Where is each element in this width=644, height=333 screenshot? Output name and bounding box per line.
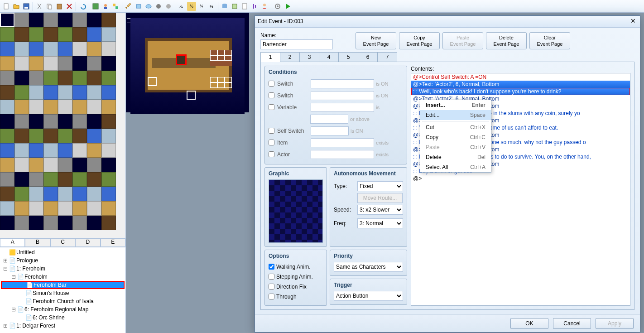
tool-zoom-1-2[interactable]: ½ [187, 2, 196, 11]
cancel-button[interactable]: Cancel [553, 318, 591, 329]
svg-rect-11 [136, 5, 141, 8]
tool-event-mode[interactable] [101, 2, 110, 11]
page-btn-copy[interactable]: CopyEvent Page [399, 32, 440, 49]
ctx-insert[interactable]: Insert...Enter [420, 100, 491, 110]
tool-character[interactable] [260, 2, 269, 11]
ctx-paste[interactable]: PasteCtrl+V [420, 142, 491, 152]
svg-point-19 [263, 4, 266, 6]
event-command-line[interactable]: @> [411, 175, 630, 182]
event-tab-7[interactable]: 7 [377, 52, 397, 62]
graphic-preview[interactable] [269, 179, 323, 243]
graphic-group: Graphic [264, 167, 327, 247]
move-type-select[interactable]: Fixed [357, 181, 403, 191]
svg-rect-6 [93, 4, 98, 9]
tool-copy[interactable] [45, 2, 54, 11]
svg-rect-8 [104, 7, 107, 9]
tool-script[interactable] [240, 2, 249, 11]
page-btn-new[interactable]: NewEvent Page [356, 32, 396, 49]
toolbar: ⁄₁ ½ ¼ ⅛ [0, 0, 644, 13]
ctx-delete[interactable]: DeleteDel [420, 152, 491, 162]
tool-fill[interactable] [154, 2, 163, 11]
event-tab-6[interactable]: 6 [358, 52, 378, 62]
tool-delete[interactable] [65, 2, 74, 11]
context-menu: Insert...EnterEdit...SpaceCutCtrl+XCopyC… [420, 100, 491, 173]
tile-tab-B[interactable]: B [25, 238, 50, 247]
event-tab-4[interactable]: 4 [319, 52, 339, 62]
svg-point-12 [146, 5, 151, 8]
tool-resource[interactable] [230, 2, 239, 11]
close-icon[interactable]: ✕ [629, 17, 637, 25]
tool-paste[interactable] [55, 2, 64, 11]
tree-item[interactable]: ⊞📄Prologue [1, 256, 125, 265]
event-command-line[interactable]: @>Control Self Switch: A =ON [411, 73, 630, 81]
tree-item[interactable]: ⊞📄1: Delgar Forest [1, 322, 125, 330]
ctx-copy[interactable]: CopyCtrl+C [420, 132, 491, 142]
tool-zoom-1-1[interactable]: ⁄₁ [177, 2, 186, 11]
dialog-title-text: Edit Event - ID:003 [258, 18, 629, 24]
tileset-palette[interactable] [0, 13, 125, 238]
tool-save[interactable] [22, 2, 31, 11]
trigger-select[interactable]: Action Button [334, 291, 403, 301]
event-tab-5[interactable]: 5 [338, 52, 358, 62]
event-command-line[interactable]: @>Text: 'Actor2', 6, Normal, Bottom [411, 81, 630, 88]
priority-select[interactable]: Same as Characters [334, 262, 403, 272]
tree-item[interactable]: 📄Simon's House [1, 289, 125, 297]
tool-shadow[interactable] [164, 2, 173, 11]
tile-tab-A[interactable]: A [0, 238, 25, 247]
ok-button[interactable]: OK [510, 318, 548, 329]
apply-button[interactable]: Apply [596, 318, 634, 329]
event-tab-1[interactable]: 1 [260, 52, 280, 62]
tile-tab-D[interactable]: D [75, 238, 100, 247]
tree-item[interactable]: 📄Feroholm Church of Ivala [1, 297, 125, 305]
tile-tab-E[interactable]: E [101, 238, 125, 247]
move-speed-select[interactable]: 3: x2 Slower [357, 205, 403, 215]
tool-zoom-1-4[interactable]: ¼ [197, 2, 206, 11]
page-btn-delete[interactable]: DeleteEvent Page [486, 32, 527, 49]
tool-map-mode[interactable] [91, 2, 100, 11]
tree-item[interactable]: 📄Feroholm Bar [1, 281, 125, 289]
svg-rect-2 [24, 7, 28, 9]
ctx-cut[interactable]: CutCtrl+X [420, 122, 491, 132]
tile-tabs: ABCDE [0, 238, 125, 247]
page-btn-clear[interactable]: ClearEvent Page [529, 32, 570, 49]
tool-cut[interactable] [35, 2, 44, 11]
tool-database[interactable] [220, 2, 229, 11]
tool-rect[interactable] [134, 2, 143, 11]
left-panel: ABCDE 🟨Untitled⊞📄Prologue⊟📄1: Feroholm⊟📄… [0, 13, 126, 333]
tree-item[interactable]: ⊟📄Feroholm [1, 273, 125, 281]
tool-undo[interactable] [78, 2, 87, 11]
tool-settings[interactable] [273, 2, 282, 11]
conditions-group: Conditions Switchis ONSwitchis ONVariabl… [264, 66, 407, 164]
tool-zoom-1-8[interactable]: ⅛ [207, 2, 216, 11]
svg-point-14 [166, 4, 171, 9]
svg-point-7 [104, 4, 107, 7]
event-command-line[interactable]: : : Well, look who's back! I don't suppo… [411, 88, 630, 95]
ctx-edit[interactable]: Edit...Space [420, 110, 491, 120]
tool-region-mode[interactable] [111, 2, 120, 11]
tool-ellipse[interactable] [144, 2, 153, 11]
tool-pencil[interactable] [124, 2, 133, 11]
tree-item[interactable]: 🟨Untitled [1, 248, 125, 256]
map-tree[interactable]: 🟨Untitled⊞📄Prologue⊟📄1: Feroholm⊟📄Feroho… [0, 247, 125, 333]
page-btn-paste[interactable]: PasteEvent Page [442, 32, 483, 49]
svg-point-21 [277, 5, 279, 7]
tree-item[interactable]: 📄6: Orc Shrine [1, 314, 125, 322]
name-label: Name: [260, 32, 333, 39]
tool-play[interactable] [283, 2, 292, 11]
tree-item[interactable]: ⊟📄6: Feroholm Regional Map [1, 305, 125, 314]
dialog-titlebar[interactable]: Edit Event - ID:003 ✕ [255, 16, 640, 28]
tool-new[interactable] [2, 2, 11, 11]
svg-rect-0 [4, 4, 8, 9]
tool-open[interactable] [12, 2, 21, 11]
event-name-input[interactable] [260, 39, 333, 49]
move-route-button[interactable]: Move Route... [357, 193, 403, 203]
move-freq-select[interactable]: 3: Normal [357, 218, 403, 228]
svg-rect-18 [242, 4, 247, 9]
tool-sound[interactable] [250, 2, 259, 11]
tree-item[interactable]: ⊟📄1: Feroholm [1, 265, 125, 273]
ctx-selectall[interactable]: Select AllCtrl+A [420, 162, 491, 172]
event-tab-2[interactable]: 2 [280, 52, 300, 62]
tile-tab-C[interactable]: C [50, 238, 75, 247]
event-tab-3[interactable]: 3 [299, 52, 319, 62]
svg-rect-5 [57, 4, 62, 9]
